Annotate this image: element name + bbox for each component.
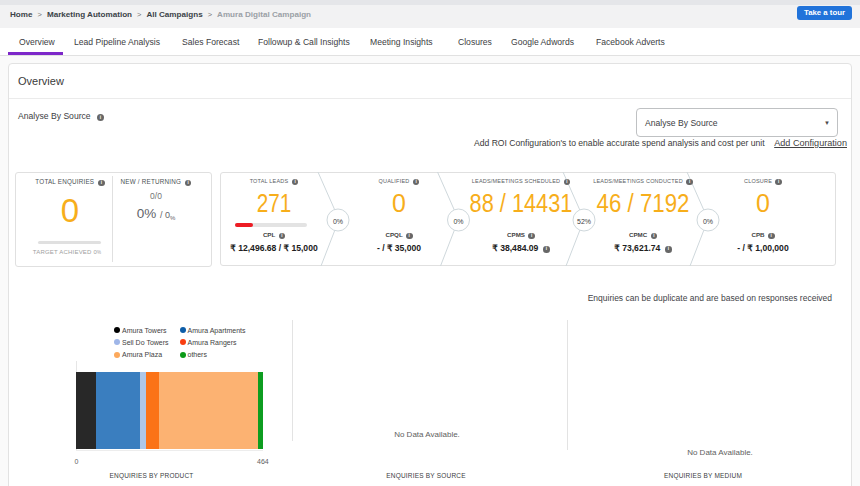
svg-text:0%: 0% [703,218,713,225]
svg-text:0%: 0% [333,218,343,225]
svg-text:52%: 52% [577,218,591,225]
svg-text:0%: 0% [453,218,463,225]
